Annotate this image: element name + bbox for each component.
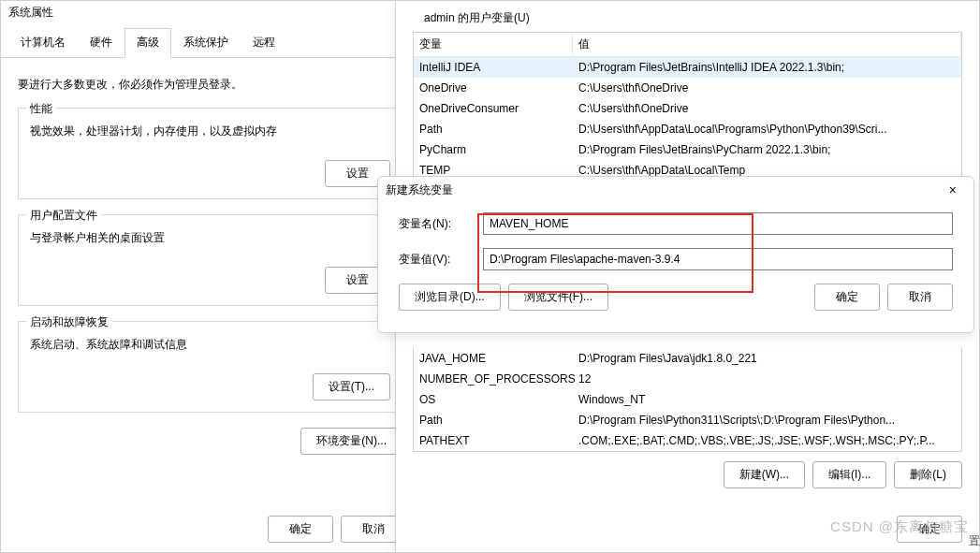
system-vars-list[interactable]: JAVA_HOMED:\Program Files\Java\jdk1.8.0_… (413, 348, 962, 452)
table-row[interactable]: PathD:\Program Files\Python311\Scripts\;… (414, 410, 961, 430)
table-row[interactable]: NUMBER_OF_PROCESSORS12 (414, 369, 961, 389)
sysprop-tabs: 计算机名 硬件 高级 系统保护 远程 (1, 28, 419, 58)
user-vars-list[interactable]: 变量 值 IntelliJ IDEAD:\Program Files\JetBr… (413, 32, 962, 182)
table-row[interactable]: IntelliJ IDEAD:\Program Files\JetBrains\… (414, 57, 961, 78)
performance-desc: 视觉效果，处理器计划，内存使用，以及虚拟内存 (30, 124, 390, 139)
performance-group: 性能 视觉效果，处理器计划，内存使用，以及虚拟内存 设置 (18, 108, 402, 199)
tab-computer-name[interactable]: 计算机名 (8, 28, 78, 57)
table-row[interactable]: OneDriveConsumerC:\Users\thf\OneDrive (414, 98, 961, 119)
performance-legend: 性能 (26, 101, 56, 117)
newvar-ok-button[interactable]: 确定 (814, 284, 880, 311)
startup-group: 启动和故障恢复 系统启动、系统故障和调试信息 设置(T)... (18, 321, 402, 413)
envvars-ok-button[interactable]: 确定 (897, 516, 962, 543)
system-properties-dialog: 系统属性 计算机名 硬件 高级 系统保护 远程 要进行大多数更改，你必须作为管理… (0, 0, 420, 553)
var-name-input[interactable] (483, 212, 953, 235)
table-row[interactable]: PathD:\Users\thf\AppData\Local\Programs\… (414, 119, 961, 139)
var-name-label: 变量名(N): (399, 216, 483, 232)
col-variable[interactable]: 变量 (414, 33, 573, 56)
tab-system-protection[interactable]: 系统保护 (171, 28, 241, 57)
new-system-variable-dialog: 新建系统变量 × 变量名(N): 变量值(V): 浏览目录(D)... 浏览文件… (377, 176, 974, 333)
newvar-cancel-button[interactable]: 取消 (887, 284, 953, 311)
sysprop-ok-button[interactable]: 确定 (268, 516, 333, 543)
table-row[interactable]: PyCharmD:\Program Files\JetBrains\PyChar… (414, 139, 961, 160)
newvar-title: 新建系统变量 (386, 182, 453, 198)
var-value-input[interactable] (483, 248, 953, 270)
tab-remote[interactable]: 远程 (241, 28, 287, 57)
sys-edit-button[interactable]: 编辑(I)... (812, 461, 886, 488)
sysprop-title: 系统属性 (1, 1, 419, 24)
table-row[interactable]: PATHEXT.COM;.EXE;.BAT;.CMD;.VBS;.VBE;.JS… (414, 430, 961, 451)
table-row[interactable]: JAVA_HOMED:\Program Files\Java\jdk1.8.0_… (414, 348, 961, 369)
side-char: 置 (969, 533, 980, 549)
userprofile-group: 用户配置文件 与登录帐户相关的桌面设置 设置 (18, 214, 402, 306)
tab-hardware[interactable]: 硬件 (78, 28, 124, 57)
userprofile-legend: 用户配置文件 (26, 208, 101, 224)
browse-dir-button[interactable]: 浏览目录(D)... (399, 284, 501, 311)
close-icon[interactable]: × (940, 181, 966, 199)
startup-legend: 启动和故障恢复 (26, 314, 112, 330)
table-row[interactable]: OneDriveC:\Users\thf\OneDrive (414, 78, 961, 98)
tab-advanced[interactable]: 高级 (124, 28, 171, 58)
admin-notice: 要进行大多数更改，你必须作为管理员登录。 (18, 77, 402, 93)
startup-settings-button[interactable]: 设置(T)... (313, 373, 390, 400)
user-vars-title: admin 的用户变量(U) (396, 1, 979, 32)
col-value[interactable]: 值 (573, 33, 961, 56)
environment-variables-button[interactable]: 环境变量(N)... (300, 428, 402, 455)
sys-new-button[interactable]: 新建(W)... (724, 461, 805, 488)
var-value-label: 变量值(V): (399, 252, 483, 268)
browse-file-button[interactable]: 浏览文件(F)... (508, 284, 608, 311)
table-row[interactable]: OSWindows_NT (414, 389, 961, 410)
sys-delete-button[interactable]: 删除(L) (894, 461, 962, 488)
userprofile-desc: 与登录帐户相关的桌面设置 (30, 230, 390, 246)
startup-desc: 系统启动、系统故障和调试信息 (30, 337, 390, 353)
